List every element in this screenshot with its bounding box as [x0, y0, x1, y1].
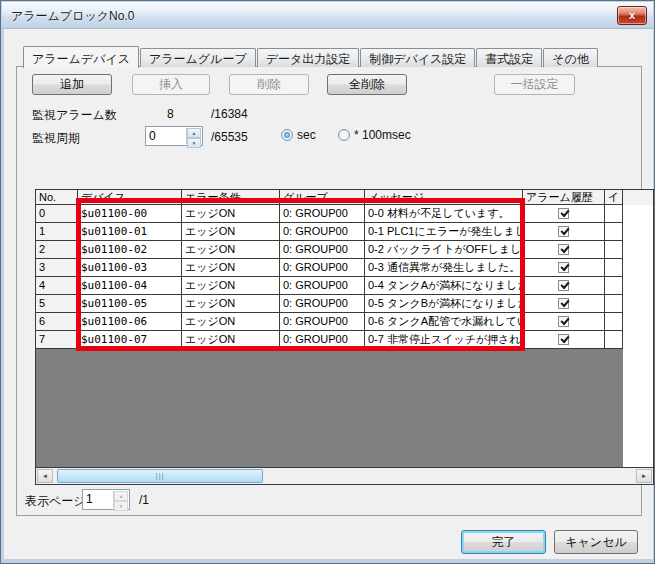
device-cell: $u01100-05	[78, 295, 182, 313]
tab-data-output[interactable]: データ出力設定	[257, 48, 360, 67]
alarm-history-checkbox[interactable]	[558, 244, 569, 255]
alarm-row-2[interactable]: 2$u01100-02エッジON0: GROUP000-2 バックライトがOFF…	[36, 241, 653, 259]
error-condition-cell: エッジON	[182, 223, 280, 241]
extra-cell	[605, 241, 623, 259]
dialog-client-area: アラームデバイスアラームグループデータ出力設定制御デバイス設定書式設定その他 追…	[4, 29, 653, 559]
row-number: 6	[36, 313, 78, 331]
alarm-history-checkbox[interactable]	[558, 280, 569, 291]
radio-dot-icon	[338, 129, 350, 141]
alarm-row-0[interactable]: 0$u01100-00エッジON0: GROUP000-0 材料が不足しています…	[36, 205, 653, 223]
alarm-row-6[interactable]: 6$u01100-06エッジON0: GROUP000-6 タンクA配管で水漏れ…	[36, 313, 653, 331]
monitored-alarm-count-max: /16384	[211, 107, 248, 121]
delete-button: 削除	[229, 74, 309, 95]
group-cell: 0: GROUP00	[280, 241, 365, 259]
row-number: 4	[36, 277, 78, 295]
monitor-cycle-max: /65535	[211, 130, 248, 144]
alarm-row-4[interactable]: 4$u01100-04エッジON0: GROUP000-4 タンクAが満杯になり…	[36, 277, 653, 295]
tab-other[interactable]: その他	[543, 48, 598, 67]
group-cell: 0: GROUP00	[280, 295, 365, 313]
add-button[interactable]: 追加	[32, 74, 112, 95]
unit-sec-radio[interactable]: sec	[281, 128, 316, 142]
insert-button: 挿入	[132, 74, 210, 95]
alarm-history-checkbox[interactable]	[558, 316, 569, 327]
row-number: 7	[36, 331, 78, 349]
tab-control-device[interactable]: 制御デバイス設定	[360, 48, 475, 67]
close-icon[interactable]: x	[617, 6, 647, 25]
alarm-history-checkbox[interactable]	[558, 226, 569, 237]
row-number: 0	[36, 205, 78, 223]
monitor-cycle-input[interactable]: 0 ▲ ▼	[145, 126, 203, 146]
row-number: 2	[36, 241, 78, 259]
monitored-alarm-count-value: 8	[167, 107, 174, 121]
batch-setting-button: 一括設定	[494, 74, 575, 95]
window-title: アラームブロックNo.0	[11, 8, 134, 25]
device-cell: $u01100-01	[78, 223, 182, 241]
alarm-row-7[interactable]: 7$u01100-07エッジON0: GROUP000-7 非常停止スイッチが押…	[36, 331, 653, 349]
spin-up-icon[interactable]: ▲	[187, 128, 201, 138]
grid-body: 0$u01100-00エッジON0: GROUP000-0 材料が不足しています…	[36, 205, 653, 349]
extra-cell	[605, 205, 623, 223]
grid-header-cell: グループ	[280, 190, 365, 205]
scrollbar-thumb[interactable]: |||	[57, 469, 263, 483]
device-cell: $u01100-03	[78, 259, 182, 277]
message-cell: 0-1 PLC1にエラーが発生しました。	[365, 223, 523, 241]
scroll-right-icon[interactable]: ►	[636, 469, 652, 483]
alarm-history-checkbox[interactable]	[558, 208, 569, 219]
monitored-alarm-count-label: 監視アラーム数	[32, 107, 117, 124]
monitor-cycle-label: 監視周期	[32, 130, 80, 147]
device-cell: $u01100-07	[78, 331, 182, 349]
group-cell: 0: GROUP00	[280, 313, 365, 331]
scrollbar-grip-icon: |||	[58, 470, 262, 482]
alarm-history-checkbox[interactable]	[558, 262, 569, 273]
tab-bar: アラームデバイスアラームグループデータ出力設定制御デバイス設定書式設定その他	[23, 46, 599, 68]
extra-cell	[605, 277, 623, 295]
group-cell: 0: GROUP00	[280, 259, 365, 277]
display-page-input[interactable]: 1 ▲ ▼	[82, 489, 130, 510]
spin-down-icon[interactable]: ▼	[187, 138, 201, 148]
monitor-cycle-value: 0	[149, 129, 156, 143]
unit-100msec-radio[interactable]: * 100msec	[338, 128, 411, 142]
message-cell: 0-4 タンクAが満杯になりました。	[365, 277, 523, 295]
alarm-history-checkbox[interactable]	[558, 334, 569, 345]
done-button[interactable]: 完了	[461, 530, 546, 554]
extra-cell	[605, 331, 623, 349]
alarm-row-1[interactable]: 1$u01100-01エッジON0: GROUP000-1 PLC1にエラーが発…	[36, 223, 653, 241]
grid-horizontal-scrollbar[interactable]: ◄ ||| ►	[36, 467, 653, 484]
group-cell: 0: GROUP00	[280, 331, 365, 349]
alarm-history-checkbox[interactable]	[558, 298, 569, 309]
grid-header-cell: イ	[605, 190, 623, 205]
row-number: 1	[36, 223, 78, 241]
device-cell: $u01100-04	[78, 277, 182, 295]
display-page-spinner: ▲ ▼	[113, 491, 128, 508]
grid-header-cell: メッセージ	[365, 190, 523, 205]
tab-alarm-group[interactable]: アラームグループ	[140, 48, 256, 67]
device-cell: $u01100-02	[78, 241, 182, 259]
grid-header-row: No.デバイスエラー条件グループメッセージアラーム履歴イ	[36, 190, 653, 205]
error-condition-cell: エッジON	[182, 259, 280, 277]
alarm-history-cell	[523, 205, 605, 223]
alarm-row-5[interactable]: 5$u01100-05エッジON0: GROUP000-5 タンクBが満杯になり…	[36, 295, 653, 313]
display-page-total: /1	[139, 493, 149, 507]
spin-down-icon: ▼	[114, 501, 128, 511]
grid-header-cell: エラー条件	[182, 190, 280, 205]
dialog-window: アラームブロックNo.0 x アラームデバイスアラームグループデータ出力設定制御…	[0, 0, 655, 564]
delete-all-button[interactable]: 全削除	[327, 74, 407, 95]
alarm-row-3[interactable]: 3$u01100-03エッジON0: GROUP000-3 通信異常が発生しまし…	[36, 259, 653, 277]
extra-cell	[605, 313, 623, 331]
title-bar: アラームブロックNo.0 x	[2, 2, 653, 29]
alarm-history-cell	[523, 223, 605, 241]
alarm-device-grid: No.デバイスエラー条件グループメッセージアラーム履歴イ 0$u01100-00…	[35, 189, 654, 485]
device-cell: $u01100-06	[78, 313, 182, 331]
tab-format[interactable]: 書式設定	[476, 48, 542, 67]
scroll-left-icon[interactable]: ◄	[37, 469, 53, 483]
radio-dot-icon	[281, 129, 293, 141]
device-cell: $u01100-00	[78, 205, 182, 223]
message-cell: 0-6 タンクA配管で水漏れしています	[365, 313, 523, 331]
message-cell: 0-3 通信異常が発生しました。	[365, 259, 523, 277]
tab-alarm-device[interactable]: アラームデバイス	[23, 46, 139, 68]
group-cell: 0: GROUP00	[280, 223, 365, 241]
display-page-label: 表示ページ	[25, 493, 86, 510]
display-page-value: 1	[86, 492, 93, 506]
message-cell: 0-0 材料が不足しています。	[365, 205, 523, 223]
cancel-button[interactable]: キャンセル	[554, 530, 638, 554]
